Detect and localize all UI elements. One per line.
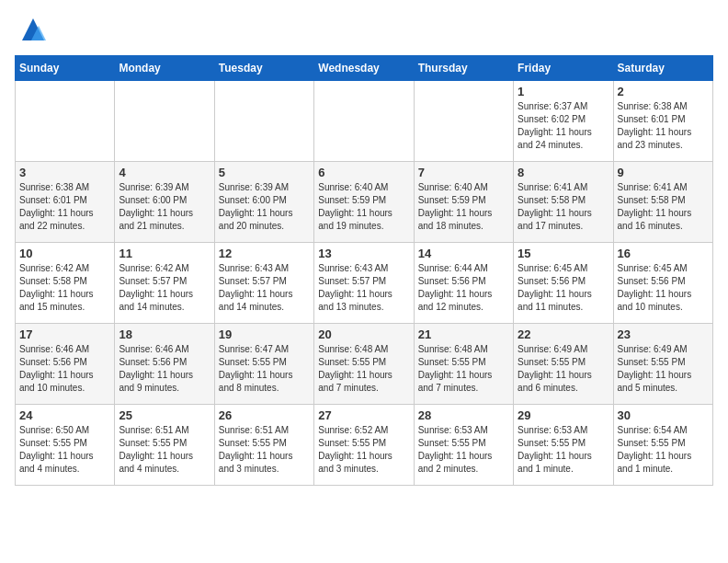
day-number: 11: [119, 247, 210, 260]
day-number: 9: [618, 166, 709, 179]
calendar-cell: 17Sunrise: 6:46 AM Sunset: 5:56 PM Dayli…: [16, 324, 115, 405]
calendar-cell: 20Sunrise: 6:48 AM Sunset: 5:55 PM Dayli…: [314, 324, 414, 405]
day-info: Sunrise: 6:43 AM Sunset: 5:57 PM Dayligh…: [318, 262, 409, 314]
calendar-cell: 5Sunrise: 6:39 AM Sunset: 6:00 PM Daylig…: [214, 162, 313, 243]
day-info: Sunrise: 6:39 AM Sunset: 6:00 PM Dayligh…: [219, 181, 310, 233]
day-number: 12: [219, 247, 310, 260]
day-number: 18: [119, 327, 210, 341]
column-header-wednesday: Wednesday: [314, 56, 414, 81]
calendar-cell: 29Sunrise: 6:53 AM Sunset: 5:55 PM Dayli…: [514, 405, 613, 486]
day-number: 22: [518, 327, 609, 341]
calendar-cell: 16Sunrise: 6:45 AM Sunset: 5:56 PM Dayli…: [613, 243, 712, 324]
day-info: Sunrise: 6:41 AM Sunset: 5:58 PM Dayligh…: [518, 181, 609, 233]
calendar-cell: 3Sunrise: 6:38 AM Sunset: 6:01 PM Daylig…: [16, 162, 115, 243]
day-info: Sunrise: 6:38 AM Sunset: 6:01 PM Dayligh…: [618, 100, 709, 152]
calendar-cell: [214, 81, 313, 162]
day-info: Sunrise: 6:54 AM Sunset: 5:55 PM Dayligh…: [618, 424, 709, 476]
day-number: 30: [618, 408, 709, 422]
calendar-cell: 26Sunrise: 6:51 AM Sunset: 5:55 PM Dayli…: [214, 405, 313, 486]
calendar-week-5: 24Sunrise: 6:50 AM Sunset: 5:55 PM Dayli…: [16, 405, 713, 486]
calendar-cell: 13Sunrise: 6:43 AM Sunset: 5:57 PM Dayli…: [314, 243, 414, 324]
calendar-cell: 22Sunrise: 6:49 AM Sunset: 5:55 PM Dayli…: [514, 324, 613, 405]
day-number: 8: [518, 166, 609, 179]
logo-text: [15, 15, 48, 48]
day-number: 5: [219, 166, 310, 179]
day-info: Sunrise: 6:47 AM Sunset: 5:55 PM Dayligh…: [219, 343, 310, 395]
day-info: Sunrise: 6:40 AM Sunset: 5:59 PM Dayligh…: [418, 181, 509, 233]
calendar-cell: 12Sunrise: 6:43 AM Sunset: 5:57 PM Dayli…: [214, 243, 313, 324]
calendar-week-3: 10Sunrise: 6:42 AM Sunset: 5:58 PM Dayli…: [16, 243, 713, 324]
calendar-cell: 25Sunrise: 6:51 AM Sunset: 5:55 PM Dayli…: [115, 405, 214, 486]
calendar-week-4: 17Sunrise: 6:46 AM Sunset: 5:56 PM Dayli…: [16, 324, 713, 405]
calendar-cell: 30Sunrise: 6:54 AM Sunset: 5:55 PM Dayli…: [613, 405, 712, 486]
day-info: Sunrise: 6:37 AM Sunset: 6:02 PM Dayligh…: [518, 100, 609, 152]
day-info: Sunrise: 6:42 AM Sunset: 5:58 PM Dayligh…: [19, 262, 110, 314]
calendar-cell: 11Sunrise: 6:42 AM Sunset: 5:57 PM Dayli…: [115, 243, 214, 324]
column-header-thursday: Thursday: [414, 56, 513, 81]
day-info: Sunrise: 6:42 AM Sunset: 5:57 PM Dayligh…: [119, 262, 210, 314]
day-info: Sunrise: 6:41 AM Sunset: 5:58 PM Dayligh…: [618, 181, 709, 233]
day-number: 4: [119, 166, 210, 179]
column-header-tuesday: Tuesday: [214, 56, 313, 81]
day-info: Sunrise: 6:53 AM Sunset: 5:55 PM Dayligh…: [518, 424, 609, 476]
day-number: 26: [219, 408, 310, 422]
calendar-cell: 24Sunrise: 6:50 AM Sunset: 5:55 PM Dayli…: [16, 405, 115, 486]
day-info: Sunrise: 6:46 AM Sunset: 5:56 PM Dayligh…: [119, 343, 210, 395]
column-header-sunday: Sunday: [16, 56, 115, 81]
day-number: 19: [219, 327, 310, 341]
day-number: 16: [618, 247, 709, 260]
day-info: Sunrise: 6:45 AM Sunset: 5:56 PM Dayligh…: [618, 262, 709, 314]
day-number: 2: [618, 85, 709, 98]
calendar-cell: [115, 81, 214, 162]
day-info: Sunrise: 6:49 AM Sunset: 5:55 PM Dayligh…: [618, 343, 709, 395]
day-number: 6: [318, 166, 409, 179]
day-number: 20: [318, 327, 409, 341]
day-info: Sunrise: 6:38 AM Sunset: 6:01 PM Dayligh…: [19, 181, 110, 233]
calendar-cell: 2Sunrise: 6:38 AM Sunset: 6:01 PM Daylig…: [613, 81, 712, 162]
day-number: 24: [19, 408, 110, 422]
day-info: Sunrise: 6:43 AM Sunset: 5:57 PM Dayligh…: [219, 262, 310, 314]
calendar-cell: 10Sunrise: 6:42 AM Sunset: 5:58 PM Dayli…: [16, 243, 115, 324]
calendar-table: SundayMondayTuesdayWednesdayThursdayFrid…: [15, 55, 713, 486]
day-info: Sunrise: 6:44 AM Sunset: 5:56 PM Dayligh…: [418, 262, 509, 314]
calendar-cell: 14Sunrise: 6:44 AM Sunset: 5:56 PM Dayli…: [414, 243, 513, 324]
day-info: Sunrise: 6:39 AM Sunset: 6:00 PM Dayligh…: [119, 181, 210, 233]
calendar-cell: 23Sunrise: 6:49 AM Sunset: 5:55 PM Dayli…: [613, 324, 712, 405]
calendar-week-2: 3Sunrise: 6:38 AM Sunset: 6:01 PM Daylig…: [16, 162, 713, 243]
day-number: 21: [418, 327, 509, 341]
calendar-cell: 21Sunrise: 6:48 AM Sunset: 5:55 PM Dayli…: [414, 324, 513, 405]
column-header-saturday: Saturday: [613, 56, 712, 81]
day-info: Sunrise: 6:48 AM Sunset: 5:55 PM Dayligh…: [418, 343, 509, 395]
day-number: 29: [518, 408, 609, 422]
day-number: 14: [418, 247, 509, 260]
calendar-cell: 18Sunrise: 6:46 AM Sunset: 5:56 PM Dayli…: [115, 324, 214, 405]
day-number: 3: [19, 166, 110, 179]
calendar-cell: 27Sunrise: 6:52 AM Sunset: 5:55 PM Dayli…: [314, 405, 414, 486]
day-number: 13: [318, 247, 409, 260]
calendar-cell: 15Sunrise: 6:45 AM Sunset: 5:56 PM Dayli…: [514, 243, 613, 324]
calendar-cell: 4Sunrise: 6:39 AM Sunset: 6:00 PM Daylig…: [115, 162, 214, 243]
page-header: [15, 15, 713, 48]
logo: [15, 15, 48, 48]
calendar-cell: 1Sunrise: 6:37 AM Sunset: 6:02 PM Daylig…: [514, 81, 613, 162]
column-header-monday: Monday: [115, 56, 214, 81]
calendar-header-row: SundayMondayTuesdayWednesdayThursdayFrid…: [16, 56, 713, 81]
calendar-week-1: 1Sunrise: 6:37 AM Sunset: 6:02 PM Daylig…: [16, 81, 713, 162]
calendar-cell: 8Sunrise: 6:41 AM Sunset: 5:58 PM Daylig…: [514, 162, 613, 243]
calendar-cell: [314, 81, 414, 162]
calendar-cell: 19Sunrise: 6:47 AM Sunset: 5:55 PM Dayli…: [214, 324, 313, 405]
day-number: 1: [518, 85, 609, 98]
column-header-friday: Friday: [514, 56, 613, 81]
day-info: Sunrise: 6:51 AM Sunset: 5:55 PM Dayligh…: [219, 424, 310, 476]
day-number: 10: [19, 247, 110, 260]
day-info: Sunrise: 6:46 AM Sunset: 5:56 PM Dayligh…: [19, 343, 110, 395]
calendar-cell: 28Sunrise: 6:53 AM Sunset: 5:55 PM Dayli…: [414, 405, 513, 486]
calendar-cell: 7Sunrise: 6:40 AM Sunset: 5:59 PM Daylig…: [414, 162, 513, 243]
day-info: Sunrise: 6:49 AM Sunset: 5:55 PM Dayligh…: [518, 343, 609, 395]
logo-icon: [18, 15, 48, 48]
day-number: 17: [19, 327, 110, 341]
calendar-cell: 9Sunrise: 6:41 AM Sunset: 5:58 PM Daylig…: [613, 162, 712, 243]
day-info: Sunrise: 6:53 AM Sunset: 5:55 PM Dayligh…: [418, 424, 509, 476]
calendar-cell: [414, 81, 513, 162]
day-info: Sunrise: 6:48 AM Sunset: 5:55 PM Dayligh…: [318, 343, 409, 395]
